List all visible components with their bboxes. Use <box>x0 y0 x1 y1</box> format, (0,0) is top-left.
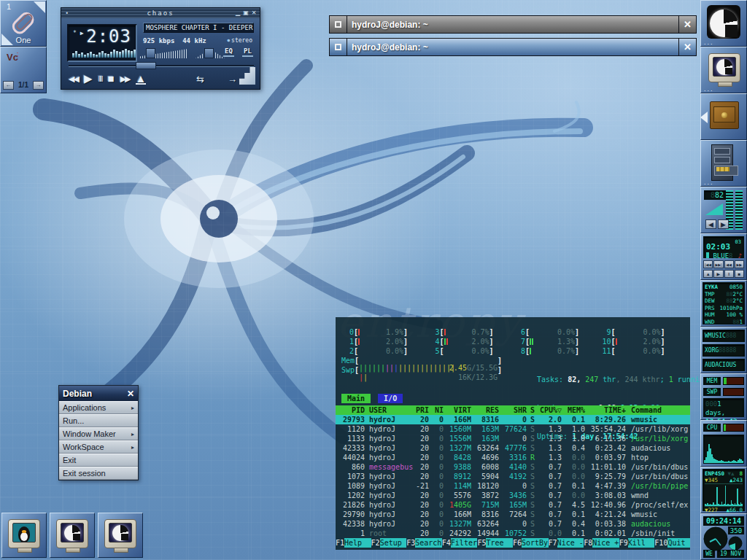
dock-tile-wmtop[interactable]: WMUSIC888 XORG88888 AUDACIOUS <box>700 327 747 373</box>
process-row-860[interactable]: 860messagebus200938860084140S0.70.011:01… <box>336 462 690 472</box>
process-row-42333[interactable]: 42333hydroJ2001327M6326447776S1.30.40:23… <box>336 443 690 453</box>
process-row-1202[interactable]: 1202hydroJ200557638723436S0.70.03:08.03w… <box>336 491 690 500</box>
terminal-1-close-button[interactable]: ✕ <box>678 16 696 33</box>
terminal-2-menu-button[interactable] <box>330 39 347 55</box>
column-header-cpu[interactable]: CPU%▽ <box>538 405 562 415</box>
process-row-1133[interactable]: 1133hydroJ2001556M163M0S1.31.06:11.36/us… <box>336 434 690 443</box>
dock-tile-clock[interactable]: 09:24:14 350 WE 19 NOV <box>700 513 747 560</box>
process-row-1120[interactable]: 1120hydroJ2001560M163M77624S1.31.035:54.… <box>336 424 690 434</box>
workspace-clip[interactable]: 1 One <box>0 0 47 47</box>
pause-button[interactable]: ‖‖ <box>98 72 101 85</box>
terminal-2-title[interactable]: hydroJ@debian: ~ <box>347 39 678 55</box>
seek-bar-thumb[interactable] <box>136 62 156 69</box>
process-row-29790[interactable]: 29790hydroJ200166M83167264S0.70.14:21.24… <box>336 510 690 519</box>
previous-button[interactable]: ◀◀ <box>69 72 78 85</box>
appicon-terminal-1[interactable] <box>50 513 95 558</box>
player-close-button[interactable]: ✕ <box>250 9 258 17</box>
fkey-f2[interactable]: F2Setup <box>371 538 407 548</box>
terminal-1-title[interactable]: hydroJ@debian: ~ <box>347 16 678 33</box>
fkey-f1[interactable]: F1Help <box>336 538 371 548</box>
column-header-time[interactable]: TIME+ <box>585 405 626 415</box>
dock-tile-netmonitor[interactable]: ENP4S0 ▼▲8 ▼345 ▲243 ▼227 ▲66.0 <box>700 467 747 513</box>
fkey-f4[interactable]: F4Filter <box>442 538 478 548</box>
next-button[interactable]: ▶▶ <box>120 72 130 85</box>
column-header-pid[interactable]: PID <box>336 405 365 415</box>
eject-button[interactable]: ▲ <box>136 74 147 85</box>
process-row-21826[interactable]: 21826hydroJ2001405G715M165MS0.74.512:40.… <box>336 500 690 510</box>
appicon-terminal-tux[interactable] <box>1 513 47 558</box>
balance-slider-thumb[interactable] <box>204 48 214 58</box>
process-row-44024[interactable]: 44024hydroJ200842846963316R1.30.00:03.97… <box>336 453 690 462</box>
pager-prev-button[interactable]: ← <box>3 81 14 90</box>
column-header-ni[interactable]: NI <box>429 405 444 415</box>
process-table-header[interactable]: PIDUSERPRINIVIRTRESSHRSCPU%▽MEM%TIME+Com… <box>336 405 690 415</box>
stop-button[interactable]: ■ <box>108 72 115 85</box>
pager-next-button[interactable]: → <box>33 81 44 90</box>
dock-tile-wmaker[interactable]: ... <box>700 0 747 47</box>
dock-tile-weather[interactable]: EYKA 0850 TMP 882°C DEW 882°C PRS 1010hP… <box>700 280 747 327</box>
mixer-next-button[interactable]: ▶ <box>718 219 729 229</box>
terminal-window-1[interactable]: hydroJ@debian: ~ ✕ <box>329 15 697 34</box>
player-titlebar[interactable]: ▪ chaos ▁ ▣ ✕ <box>61 8 260 18</box>
terminal-1-menu-button[interactable] <box>330 16 347 33</box>
wmusic-pause-button[interactable]: ‖ <box>724 270 734 278</box>
wmusic-next-button[interactable]: ▶▶| <box>713 260 723 268</box>
htop-terminal[interactable]: 0[1.9%]1[2.0%]2[0.0%]3[0.7%]4[2.0%]5[0.0… <box>336 317 690 550</box>
terminal-2-close-button[interactable]: ✕ <box>678 39 696 55</box>
menu-titlebar[interactable]: Debian ✕ <box>59 386 138 401</box>
repeat-button[interactable]: → <box>228 74 237 85</box>
column-header-user[interactable]: USER <box>365 405 410 415</box>
clip-next-arrow[interactable] <box>34 1 45 13</box>
fkey-f5[interactable]: F5Tree <box>477 538 513 548</box>
wmusic-prev-button[interactable]: |◀◀ <box>703 260 713 268</box>
dock-tile-wmusic[interactable]: 02:03 03 BLUE8 ♪ |◀◀ ▶▶| ◀◀ ▶▶ ▲ ▶ ‖ ■ <box>700 233 747 280</box>
process-row-1[interactable]: 1root200242921494410752S0.00.10:02.01/sb… <box>336 529 690 538</box>
fkey-f6[interactable]: F6SortBy <box>513 538 549 548</box>
process-row-29793[interactable]: 29793hydroJ200166M83160S2.00.18:29.26wmu… <box>336 415 690 424</box>
playlist-button[interactable]: PL <box>242 47 253 57</box>
process-row-1089[interactable]: 1089hydroJ-210114M181200S0.70.14:47.39/u… <box>336 481 690 491</box>
vlc-appicon[interactable]: Vc : ← 1/1 → <box>0 47 47 93</box>
dock-collapse-arrow[interactable] <box>700 112 708 123</box>
process-row-42338[interactable]: 42338hydroJ2001327M632640S0.70.40:03.38a… <box>336 519 690 529</box>
fkey-f10[interactable]: F10Quit <box>654 538 690 548</box>
equalizer-button[interactable]: EQ <box>223 47 234 57</box>
tab-main[interactable]: Main <box>341 394 371 403</box>
column-header-shr[interactable]: SHR <box>499 405 527 415</box>
menu-item-workspace[interactable]: WorkSpace▸ <box>59 440 138 454</box>
column-header-virt[interactable]: VIRT <box>444 405 471 415</box>
column-header-mem[interactable]: MEM% <box>562 405 585 415</box>
appicon-terminal-2[interactable] <box>98 513 143 558</box>
dock-tile-file-cabinet[interactable]: ... <box>700 140 747 187</box>
column-header-command[interactable]: Command <box>626 405 690 415</box>
dock-tile-drawer[interactable] <box>700 93 747 140</box>
menu-item-exit[interactable]: Exit <box>59 454 138 467</box>
fkey-f7[interactable]: F7Nice - <box>549 538 584 548</box>
column-header-pri[interactable]: PRI <box>410 405 429 415</box>
dock-tile-cpuload[interactable]: CPU <box>700 420 747 467</box>
wmusic-play-button[interactable]: ▶ <box>713 270 723 278</box>
fkey-f8[interactable]: F8Nice + <box>584 538 619 548</box>
tab-io[interactable]: I/O <box>378 394 403 403</box>
process-row-1073[interactable]: 1073hydroJ200891259044192S0.70.09:25.79/… <box>336 472 690 481</box>
menu-item-applications[interactable]: Applications▸ <box>59 401 138 414</box>
fkey-f9[interactable]: F9Kill <box>619 538 655 548</box>
menu-item-window-maker[interactable]: Window Maker▸ <box>59 427 138 440</box>
seek-bar[interactable] <box>69 65 254 67</box>
wmusic-rewind-button[interactable]: ◀◀ <box>724 260 734 268</box>
column-header-res[interactable]: RES <box>471 405 499 415</box>
player-shade-button[interactable]: ▣ <box>242 9 249 17</box>
dock-tile-mixer[interactable]: 882 ◀ ▶ <box>700 187 747 233</box>
dock-tile-terminal[interactable]: ... <box>700 47 747 93</box>
menu-item-exit-session[interactable]: Exit session <box>59 467 138 480</box>
mixer-prev-button[interactable]: ◀ <box>705 219 716 229</box>
player-minimize-button[interactable]: ▁ <box>234 9 241 17</box>
menu-item-run[interactable]: Run... <box>59 414 138 427</box>
play-button[interactable]: ▶ <box>84 72 93 85</box>
wmusic-forward-button[interactable]: ▶▶ <box>735 260 744 268</box>
terminal-window-2[interactable]: hydroJ@debian: ~ ✕ <box>329 38 697 56</box>
audio-player-window[interactable]: ▪ chaos ▁ ▣ ✕ * ▶ 2:03 MOSPHERE CHAPTER … <box>61 7 260 90</box>
wmusic-eject-button[interactable]: ▲ <box>703 270 713 278</box>
column-header-s[interactable]: S <box>527 405 538 415</box>
menu-close-button[interactable]: ✕ <box>123 389 138 399</box>
